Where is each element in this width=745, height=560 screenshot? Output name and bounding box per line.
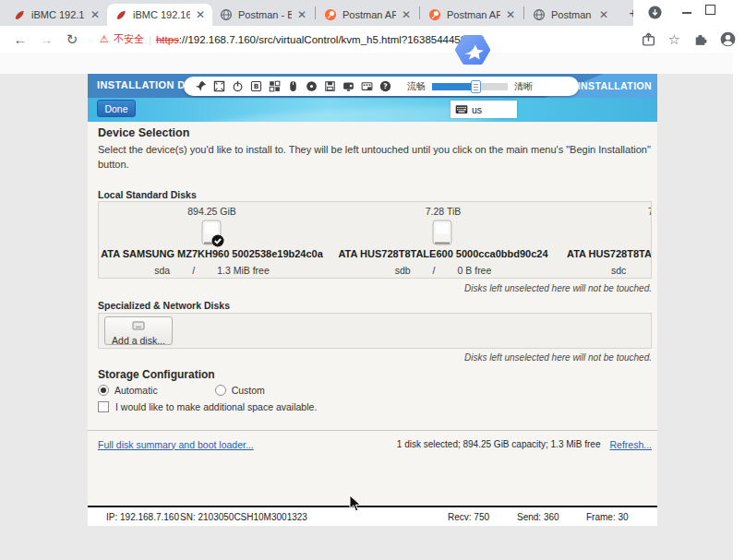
disk-icon — [430, 220, 456, 247]
installer-content: Device Selection Select the device(s) yo… — [88, 122, 657, 478]
maximize-icon[interactable] — [705, 5, 715, 15]
add-disk-icon — [132, 321, 145, 330]
tab-ibmc-2-active[interactable]: iBMC 192.168.7.16 ✕ — [107, 4, 212, 26]
device-selection-heading: Device Selection — [98, 126, 189, 139]
tab-title: Postman API Platf — [447, 9, 500, 20]
quality-slider-handle[interactable] — [471, 80, 481, 93]
tab-ibmc-1[interactable]: iBMC 192.168.7.16 ✕ — [6, 4, 107, 26]
minimize-icon[interactable] — [682, 12, 691, 14]
tab-title: iBMC 192.168.7.16 — [133, 9, 190, 20]
disk-separator: / — [192, 265, 195, 276]
floppy-icon[interactable] — [324, 80, 336, 92]
disk-tile-sda[interactable]: 894.25 GiB ATA SAMSUNG MZ7KH960 5002538e… — [99, 202, 325, 279]
close-tab-icon[interactable]: ✕ — [506, 8, 515, 21]
selection-summary: 1 disk selected; 894.25 GiB capacity; 1.… — [397, 439, 601, 449]
bios-icon[interactable]: B — [250, 80, 262, 92]
radio-automatic[interactable] — [98, 385, 109, 396]
display-icon[interactable] — [342, 80, 354, 92]
quality-slider[interactable] — [432, 83, 508, 90]
unselected-note-2: Disks left unselected here will not be t… — [464, 352, 652, 363]
tab-title: iBMC 192.168.7.16 — [31, 9, 85, 20]
storage-config-radios: Automatic Custom — [98, 385, 265, 396]
close-tab-icon[interactable]: ✕ — [196, 8, 205, 21]
tab-title: Postman - Browse — [238, 9, 292, 20]
svg-text:?: ? — [383, 82, 387, 90]
disk-icon-selected — [199, 220, 225, 247]
done-button[interactable]: Done — [97, 100, 136, 117]
url-text[interactable]: https://192.168.7.160/src/virtualControl… — [156, 34, 484, 45]
update-icon[interactable] — [648, 6, 662, 19]
tab-postman-browse-1[interactable]: Postman - Browse ✕ — [212, 4, 314, 26]
browser-toolbar: ← → ↻ ⚠ 不安全 | https://192.168.7.160/src/… — [0, 26, 745, 53]
tab-separator — [523, 6, 524, 19]
radio-custom-label: Custom — [232, 385, 265, 396]
disk-capacity: 7.28 TiB — [332, 206, 554, 217]
unselected-note: Disks left unselected here will not be t… — [464, 283, 652, 293]
url-path: /src/virtualControl/kvm_h5.html?16385444… — [256, 34, 484, 45]
postman-favicon-icon — [324, 8, 337, 21]
close-tab-icon[interactable]: ✕ — [599, 8, 608, 21]
pin-icon[interactable] — [195, 80, 207, 92]
storage-config-heading: Storage Configuration — [98, 368, 215, 381]
postman-favicon-icon — [428, 8, 441, 21]
radio-custom[interactable] — [215, 385, 226, 396]
bookmark-star-icon[interactable]: ☆ — [668, 31, 680, 47]
tab-postman-browse-2[interactable]: Postman - Browse ✕ — [525, 4, 616, 26]
status-ip: IP: 192.168.7.160 — [106, 512, 179, 522]
tab-title: Postman - Browse — [551, 9, 594, 20]
additional-space-label: I would like to make additional space av… — [115, 401, 317, 412]
keyboard-layout-indicator[interactable]: us — [451, 101, 517, 118]
device-selection-description: Select the device(s) you'd like to insta… — [98, 142, 655, 172]
kvm-remote-screen[interactable]: INSTALLATION DESTINATION INSTALLATION B … — [88, 74, 657, 526]
quality-slider-fill — [432, 83, 475, 90]
extensions-icon[interactable] — [692, 31, 708, 47]
globe-favicon-icon — [533, 8, 546, 21]
additional-space-checkbox[interactable] — [98, 401, 109, 412]
share-icon[interactable] — [641, 31, 656, 47]
page-top-strip — [0, 53, 745, 74]
local-disks-label: Local Standard Disks — [98, 189, 197, 200]
security-warning-label[interactable]: 不安全 — [114, 32, 144, 46]
disk-tile-sdb[interactable]: 7.28 TiB ATA HUS728T8TALE600 5000cca0bbd… — [332, 202, 554, 279]
power-icon[interactable] — [232, 80, 244, 92]
tab-postman-api-2[interactable]: Postman API Platf ✕ — [421, 4, 523, 26]
profile-avatar-icon[interactable] — [720, 31, 736, 47]
url-domain: ://192.168.7.160 — [179, 34, 256, 45]
kvm-toolbar: B ? 流畅 清晰 — [184, 77, 579, 96]
tab-separator — [419, 6, 420, 19]
close-tab-icon[interactable]: ✕ — [90, 8, 100, 21]
specialized-disks-label: Specialized & Network Disks — [98, 300, 230, 311]
back-icon[interactable]: ← — [9, 31, 31, 47]
address-bar[interactable]: ⚠ 不安全 | https://192.168.7.160/src/virtua… — [100, 32, 629, 46]
add-disk-button[interactable]: Add a disk... — [104, 316, 173, 345]
disk-tile-sdc-clipped[interactable]: 7 ATA HUS728T8TAL sdc — [567, 202, 652, 279]
url-divider: | — [149, 34, 151, 45]
full-disk-summary-link[interactable]: Full disk summary and boot loader... — [98, 439, 254, 450]
quality-clear-label: 清晰 — [514, 80, 533, 93]
screenshot-root: iBMC 192.168.7.16 ✕ iBMC 192.168.7.16 ✕ … — [0, 0, 745, 560]
refresh-link[interactable]: Refresh... — [609, 439, 652, 450]
keyboard-icon — [455, 104, 468, 114]
page-right-strip — [733, 53, 745, 560]
screenshot-icon[interactable] — [361, 80, 373, 92]
disk-name: ATA HUS728T8TAL — [567, 248, 652, 259]
warning-icon: ⚠ — [100, 33, 109, 45]
reload-icon[interactable]: ↻ — [61, 31, 83, 48]
status-sn: SN: 2103050CSH10M3001323 — [180, 512, 307, 522]
installer-footer: Full disk summary and boot loader... 1 d… — [88, 430, 657, 458]
close-tab-icon[interactable]: ✕ — [402, 8, 411, 21]
tab-postman-api-1[interactable]: Postman API Platf ✕ — [317, 4, 418, 26]
forward-icon[interactable]: → — [35, 31, 57, 47]
cd-rom-icon[interactable] — [306, 80, 318, 92]
disk-device: sda — [154, 265, 170, 276]
ibmc-favicon-icon — [114, 8, 127, 21]
keyboard-grid-icon[interactable] — [269, 80, 281, 92]
mouse-icon[interactable] — [287, 80, 299, 92]
help-icon[interactable]: ? — [379, 80, 391, 92]
messenger-bird-icon[interactable] — [455, 33, 490, 66]
disk-device: sdb — [395, 265, 411, 276]
globe-favicon-icon — [220, 8, 233, 21]
close-tab-icon[interactable]: ✕ — [297, 8, 306, 21]
fullscreen-icon[interactable] — [213, 80, 225, 92]
ibmc-favicon-icon — [13, 8, 26, 21]
